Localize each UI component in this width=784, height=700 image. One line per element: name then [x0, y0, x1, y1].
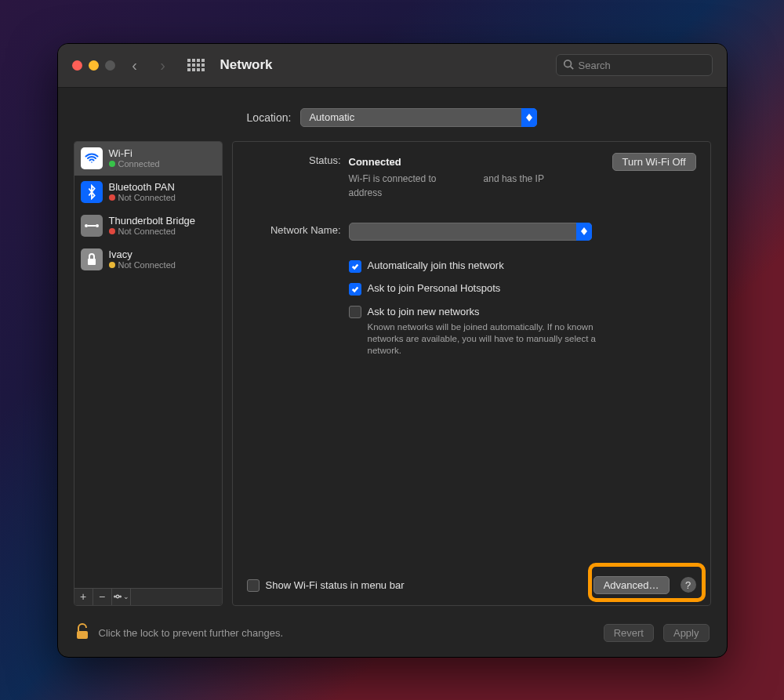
service-status: Not Connected: [118, 227, 176, 236]
apply-button[interactable]: Apply: [663, 624, 710, 642]
minimize-window-button[interactable]: [89, 60, 99, 71]
checkbox-label: Ask to join new networks: [368, 306, 480, 317]
status-desc-line2: and has the IP: [484, 172, 544, 185]
svg-marker-13: [581, 231, 587, 235]
checkbox-label: Automatically join this network: [368, 259, 504, 271]
service-ivacy[interactable]: Ivacy Not Connected: [74, 243, 222, 277]
svg-marker-3: [526, 118, 532, 122]
menubar-status-label: Show Wi-Fi status in menu bar: [266, 579, 405, 591]
service-name: Thunderbolt Bridge: [109, 215, 196, 227]
service-thunderbolt-bridge[interactable]: Thunderbolt Bridge Not Connected: [74, 209, 222, 243]
toggle-wifi-button[interactable]: Turn Wi-Fi Off: [612, 153, 696, 171]
location-row: Location: Automatic: [58, 88, 727, 141]
checkbox-icon: [349, 306, 361, 318]
status-desc-line1: Wi-Fi is connected to: [349, 172, 437, 185]
add-service-button[interactable]: +: [74, 589, 93, 605]
window-title: Network: [220, 57, 273, 73]
chevron-updown-icon: [576, 223, 592, 241]
service-name: Bluetooth PAN: [109, 181, 176, 193]
svg-point-4: [91, 161, 93, 163]
service-name: Ivacy: [109, 248, 176, 260]
service-status: Connected: [118, 159, 160, 169]
svg-rect-7: [88, 225, 96, 227]
help-button[interactable]: ?: [681, 577, 696, 593]
search-field[interactable]: Search: [556, 54, 713, 76]
detail-panel: Status: Connected Turn Wi-Fi Off Wi-Fi i…: [232, 141, 711, 606]
service-actions-button[interactable]: ⌄: [112, 589, 131, 605]
bluetooth-icon: [81, 181, 103, 203]
ask-new-networks-checkbox[interactable]: Ask to join new networks: [349, 305, 480, 318]
service-bluetooth-pan[interactable]: Bluetooth PAN Not Connected: [74, 176, 222, 209]
svg-point-5: [85, 224, 88, 227]
svg-point-11: [120, 596, 122, 597]
checkbox-note: Known networks will be joined automatica…: [368, 321, 603, 357]
svg-point-9: [116, 595, 119, 598]
location-label: Location:: [247, 111, 292, 124]
network-name-select[interactable]: [349, 223, 592, 241]
svg-point-6: [96, 224, 99, 227]
services-sidebar: Wi-Fi Connected Bluetooth PAN Not Connec…: [74, 141, 223, 606]
unlock-icon[interactable]: [75, 623, 89, 643]
status-dot-icon: [109, 194, 115, 201]
service-wifi[interactable]: Wi-Fi Connected: [74, 142, 222, 176]
window-footer: Click the lock to prevent further change…: [58, 614, 727, 657]
status-dot-icon: [109, 228, 115, 234]
chevron-updown-icon: [521, 108, 537, 127]
sidebar-footer: + − ⌄: [74, 588, 222, 605]
network-name-label: Network Name:: [247, 223, 341, 236]
services-list: Wi-Fi Connected Bluetooth PAN Not Connec…: [74, 142, 222, 588]
revert-button[interactable]: Revert: [604, 624, 654, 642]
svg-point-0: [564, 60, 571, 67]
service-status: Not Connected: [118, 260, 176, 270]
search-icon: [563, 59, 574, 72]
auto-join-checkbox[interactable]: Automatically join this network: [349, 259, 696, 273]
advanced-button[interactable]: Advanced…: [593, 576, 670, 594]
checkbox-icon: [349, 283, 361, 296]
ask-hotspots-checkbox[interactable]: Ask to join Personal Hotspots: [349, 282, 696, 296]
lock-icon: [81, 248, 103, 270]
preferences-window: ‹ › Network Search Location: Automatic: [57, 43, 728, 658]
titlebar: ‹ › Network Search: [58, 44, 727, 88]
service-name: Wi-Fi: [109, 147, 160, 159]
checkbox-label: Ask to join Personal Hotspots: [368, 282, 501, 294]
back-button[interactable]: ‹: [126, 56, 143, 74]
close-window-button[interactable]: [72, 60, 82, 71]
service-status: Not Connected: [118, 193, 176, 202]
status-desc-line3: address: [349, 187, 383, 198]
network-name-value: [349, 223, 592, 241]
svg-rect-14: [77, 631, 88, 639]
svg-rect-8: [88, 259, 96, 265]
thunderbolt-icon: [81, 215, 103, 237]
status-dot-icon: [109, 262, 115, 268]
search-placeholder: Search: [579, 60, 611, 71]
wifi-icon: [81, 147, 103, 169]
checkbox-icon: [349, 260, 361, 273]
location-select[interactable]: Automatic: [300, 108, 537, 127]
show-all-icon[interactable]: [187, 59, 205, 71]
status-dot-icon: [109, 161, 115, 167]
menubar-status-checkbox[interactable]: [247, 579, 260, 592]
svg-point-10: [114, 596, 116, 597]
zoom-window-button: [105, 60, 115, 71]
location-value: Automatic: [300, 108, 537, 127]
lock-hint-text: Click the lock to prevent further change…: [99, 627, 284, 639]
svg-line-1: [570, 66, 573, 69]
window-controls: [72, 60, 115, 71]
status-value: Connected: [349, 156, 401, 168]
forward-button: ›: [154, 56, 172, 74]
remove-service-button[interactable]: −: [93, 589, 112, 605]
status-label: Status:: [247, 153, 341, 166]
